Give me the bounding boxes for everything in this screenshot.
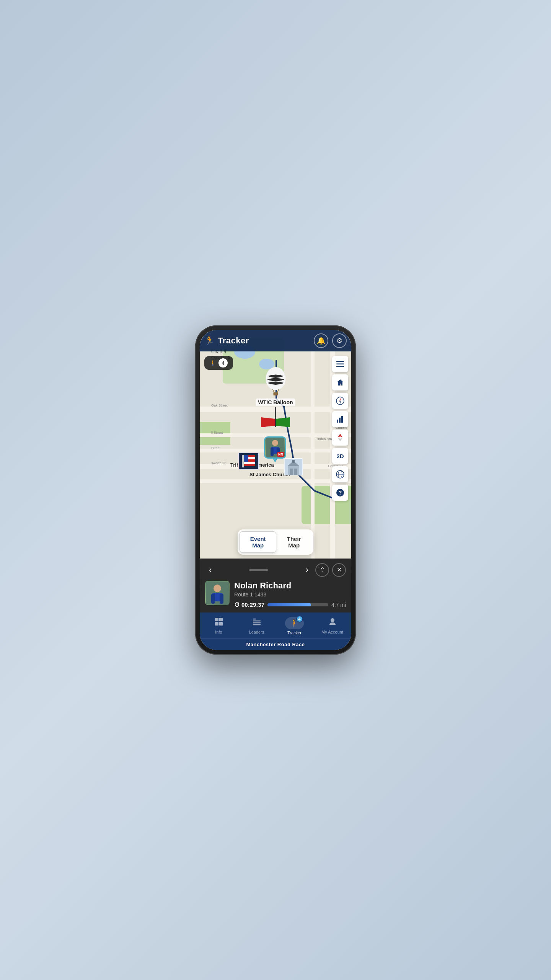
nav-info-label: Info bbox=[215, 630, 222, 634]
nav-leaders[interactable]: Leaders bbox=[238, 616, 276, 637]
phone-screen: Oak Street ll Street Street sworth St. L… bbox=[200, 330, 351, 650]
svg-rect-38 bbox=[294, 469, 297, 475]
athlete-photo: NR bbox=[264, 436, 286, 459]
svg-rect-47 bbox=[219, 622, 223, 626]
nav-info[interactable]: Info bbox=[200, 616, 238, 637]
footer-text: Manchester Road Race bbox=[246, 642, 305, 647]
flag-photo bbox=[239, 453, 258, 469]
map-area[interactable]: Oak Street ll Street Street sworth St. L… bbox=[200, 330, 351, 559]
athlete-time: ⏱ 00:29:37 bbox=[234, 601, 264, 608]
svg-rect-6 bbox=[337, 420, 338, 423]
svg-rect-34 bbox=[288, 466, 299, 475]
svg-rect-0 bbox=[336, 361, 344, 362]
help-control[interactable]: ? bbox=[332, 485, 348, 501]
athlete-card: ‹ › ⇧ ✕ bbox=[200, 559, 351, 612]
north-icon bbox=[337, 433, 343, 442]
nav-myaccount[interactable]: My Account bbox=[313, 616, 351, 637]
globe-icon bbox=[336, 470, 344, 479]
map-controls: 2D ? bbox=[332, 356, 348, 501]
phone-frame: Oak Street ll Street Street sworth St. L… bbox=[195, 325, 356, 655]
progress-fill bbox=[267, 603, 311, 606]
athlete-badge: NR bbox=[277, 452, 284, 457]
their-map-toggle[interactable]: Their Map bbox=[276, 531, 311, 553]
svg-rect-46 bbox=[215, 622, 218, 626]
svg-rect-1 bbox=[336, 364, 344, 365]
svg-point-40 bbox=[214, 585, 221, 592]
twod-label: 2D bbox=[336, 453, 344, 459]
info-icon bbox=[214, 617, 223, 629]
svg-marker-4 bbox=[339, 398, 341, 401]
svg-rect-37 bbox=[290, 469, 293, 475]
wtic-balloon: WTIC Balloon bbox=[256, 366, 295, 406]
nav-tracker[interactable]: 4 🚶 Tracker bbox=[276, 616, 313, 637]
map-toggle-container: Event Map Their Map bbox=[238, 529, 313, 555]
card-navigation: ‹ › ⇧ ✕ bbox=[205, 563, 346, 577]
nav-leaders-label: Leaders bbox=[249, 630, 264, 634]
svg-rect-36 bbox=[292, 460, 295, 463]
svg-rect-31 bbox=[244, 464, 255, 466]
header-actions: 🔔 ⚙ bbox=[314, 333, 347, 348]
nav-myaccount-label: My Account bbox=[321, 630, 343, 634]
help-icon: ? bbox=[336, 488, 344, 497]
settings-button[interactable]: ⚙ bbox=[332, 333, 347, 348]
street-label-bell: ll Street bbox=[211, 431, 223, 434]
chart-control[interactable] bbox=[332, 411, 348, 427]
home-control[interactable] bbox=[332, 374, 348, 390]
account-icon bbox=[328, 617, 337, 629]
leaders-icon bbox=[252, 617, 261, 629]
flag-pole bbox=[275, 407, 276, 427]
svg-rect-42 bbox=[211, 594, 215, 604]
header-title: Tracker bbox=[218, 336, 249, 346]
info-grid-icon bbox=[214, 617, 223, 626]
person-icon bbox=[328, 617, 337, 626]
participant-count: 4 bbox=[218, 358, 228, 368]
twod-control[interactable]: 2D bbox=[332, 448, 348, 464]
wtic-label: WTIC Balloon bbox=[256, 399, 295, 406]
home-icon bbox=[336, 379, 344, 386]
green-flag bbox=[276, 417, 290, 427]
card-next-button[interactable]: › bbox=[302, 563, 312, 577]
event-map-toggle[interactable]: Event Map bbox=[240, 531, 276, 553]
svg-rect-2 bbox=[336, 366, 344, 367]
leaders-list-icon bbox=[252, 617, 261, 626]
logo-icon: 🏃 bbox=[204, 336, 215, 346]
svg-marker-9 bbox=[338, 434, 342, 437]
athlete-route: Route 1 1433 bbox=[234, 591, 346, 598]
compass-control[interactable] bbox=[332, 393, 348, 409]
flags-marker bbox=[261, 417, 290, 427]
card-prev-button[interactable]: ‹ bbox=[205, 564, 215, 577]
north-control[interactable] bbox=[332, 430, 348, 446]
progress-bar bbox=[267, 603, 328, 606]
svg-rect-7 bbox=[339, 418, 341, 423]
notification-button[interactable]: 🔔 bbox=[314, 333, 328, 348]
chart-icon bbox=[336, 416, 344, 423]
card-athlete-info: Nolan Richard Route 1 1433 ⏱ 00:29:37 4.… bbox=[234, 581, 346, 608]
app-header: 🏃 Tracker 🔔 ⚙ bbox=[200, 330, 351, 351]
street-label-oak: Oak Street bbox=[211, 403, 228, 407]
athlete-pin bbox=[273, 459, 277, 462]
athlete-marker[interactable]: NR bbox=[264, 436, 286, 462]
nav-tracker-label: Tracker bbox=[287, 630, 302, 635]
close-button[interactable]: ✕ bbox=[332, 563, 346, 577]
balloon-svg bbox=[264, 366, 287, 397]
athlete-distance: 4.7 mi bbox=[331, 602, 346, 608]
participant-icon: 🚶 bbox=[210, 360, 216, 366]
tribute-photo-marker[interactable] bbox=[238, 452, 259, 470]
street-label-str: Street bbox=[211, 446, 220, 450]
svg-point-52 bbox=[331, 618, 334, 622]
globe-control[interactable] bbox=[332, 466, 348, 482]
street-label-sworth: sworth St. bbox=[211, 461, 227, 465]
svg-rect-26 bbox=[242, 455, 244, 467]
red-flag bbox=[261, 417, 275, 427]
participant-badge[interactable]: 🚶 4 bbox=[204, 356, 233, 370]
svg-point-21 bbox=[272, 440, 278, 446]
share-button[interactable]: ⇧ bbox=[315, 563, 329, 577]
church-photo bbox=[285, 459, 302, 475]
svg-marker-10 bbox=[338, 438, 342, 441]
hamburger-icon bbox=[336, 361, 344, 367]
header-logo: 🏃 Tracker bbox=[204, 336, 249, 346]
athlete-name: Nolan Richard bbox=[234, 581, 346, 591]
menu-control[interactable] bbox=[332, 356, 348, 372]
svg-rect-44 bbox=[215, 618, 218, 621]
church-photo-marker[interactable] bbox=[284, 458, 303, 475]
